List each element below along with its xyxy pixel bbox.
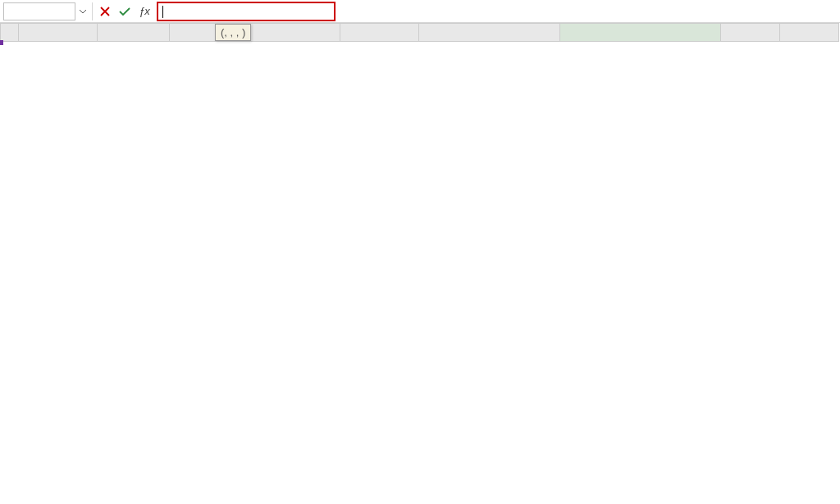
insert-function-button[interactable]: ƒx bbox=[135, 2, 153, 20]
cancel-button[interactable] bbox=[96, 2, 114, 20]
check-icon bbox=[119, 7, 130, 16]
enter-button[interactable] bbox=[116, 2, 134, 20]
spreadsheet-grid[interactable] bbox=[0, 23, 839, 42]
separator bbox=[92, 2, 93, 20]
formula-text bbox=[162, 4, 163, 18]
col-header-F[interactable] bbox=[419, 24, 560, 42]
name-box-dropdown[interactable] bbox=[77, 2, 89, 20]
col-header-I[interactable] bbox=[780, 24, 839, 42]
formula-bar: ƒx bbox=[0, 0, 840, 23]
range-selection-marquee bbox=[0, 42, 2, 43]
col-header-H[interactable] bbox=[721, 24, 780, 42]
col-header-E[interactable] bbox=[340, 24, 419, 42]
formula-input[interactable] bbox=[157, 2, 336, 21]
formula-tooltip: (, , , ) bbox=[215, 24, 251, 41]
col-header-G[interactable] bbox=[560, 24, 721, 42]
col-header-B[interactable] bbox=[98, 24, 170, 42]
chevron-down-icon bbox=[80, 8, 86, 15]
fx-icon: ƒx bbox=[139, 5, 150, 17]
select-all[interactable] bbox=[1, 24, 19, 42]
x-icon bbox=[100, 7, 110, 16]
name-box[interactable] bbox=[3, 2, 75, 20]
col-header-A[interactable] bbox=[19, 24, 98, 42]
